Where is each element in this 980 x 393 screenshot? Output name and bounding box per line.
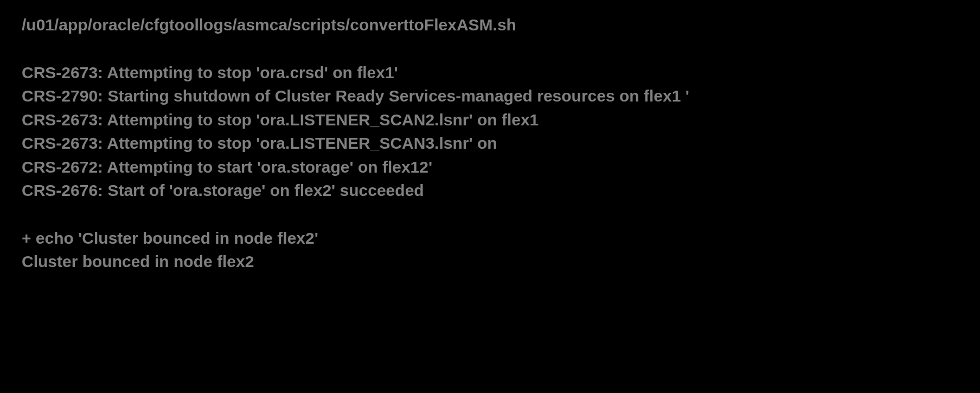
script-path: /u01/app/oracle/cfgtoollogs/asmca/script… <box>22 13 958 37</box>
terminal-output: /u01/app/oracle/cfgtoollogs/asmca/script… <box>22 13 958 274</box>
log-line: CRS-2673: Attempting to stop 'ora.LISTEN… <box>22 131 958 155</box>
echo-line: Cluster bounced in node flex2 <box>22 250 958 274</box>
log-line: CRS-2676: Start of 'ora.storage' on flex… <box>22 179 958 202</box>
log-line: CRS-2673: Attempting to stop 'ora.crsd' … <box>22 61 958 85</box>
log-line: CRS-2672: Attempting to start 'ora.stora… <box>22 155 958 179</box>
log-line: CRS-2673: Attempting to stop 'ora.LISTEN… <box>22 108 958 132</box>
blank-line <box>22 202 958 226</box>
echo-line: + echo 'Cluster bounced in node flex2' <box>22 226 958 250</box>
log-line: CRS-2790: Starting shutdown of Cluster R… <box>22 84 958 108</box>
